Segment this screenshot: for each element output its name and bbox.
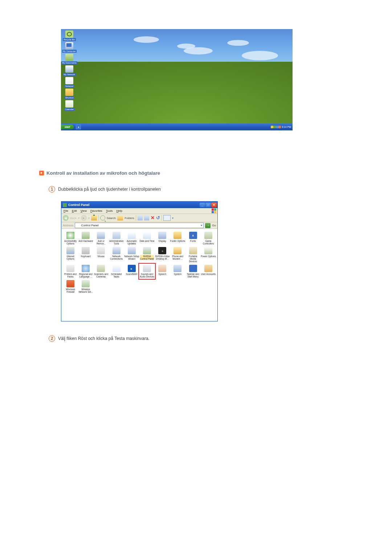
desktop-icon-glyph xyxy=(65,100,73,108)
menu-item-view[interactable]: View xyxy=(81,209,87,212)
menu-item-help[interactable]: Help xyxy=(117,209,122,212)
cp-item[interactable]: Network SetupWizard xyxy=(124,246,139,263)
control-panel-icon xyxy=(76,224,80,227)
cp-item[interactable]: Sounds andAudio Devices xyxy=(139,264,155,279)
desktop-icon-label: My Computer xyxy=(62,50,77,53)
back-button[interactable]: ◄ xyxy=(63,215,69,221)
cp-item-icon xyxy=(173,247,181,254)
cp-item[interactable]: Scanners andCameras xyxy=(93,264,109,279)
cp-item[interactable]: User Accounts xyxy=(201,264,216,279)
desktop-icon[interactable]: Notepad xyxy=(62,77,76,88)
cp-item-icon: A xyxy=(189,232,197,239)
cp-item[interactable]: ▶ SoundMAX xyxy=(124,264,139,279)
minimize-button[interactable]: _ xyxy=(200,203,205,207)
desktop-icon-label: Notepad xyxy=(65,85,74,88)
cp-item[interactable]: GameControllers xyxy=(201,231,216,246)
cp-item[interactable]: Keyboard xyxy=(78,246,93,263)
cp-item[interactable]: Phone andModem ... xyxy=(170,246,185,263)
up-folder-button[interactable] xyxy=(91,215,97,220)
cp-item[interactable]: ScheduledTasks xyxy=(109,264,124,279)
cp-item[interactable]: ◉ NVIDIA nViewDesktop M... xyxy=(155,246,170,263)
cp-item-label: Power Options xyxy=(201,255,216,258)
cp-item[interactable]: Speech xyxy=(155,264,170,279)
menu-item-file[interactable]: File xyxy=(64,209,68,212)
cp-item[interactable]: Date and Time xyxy=(139,231,155,246)
arrow-icon xyxy=(39,171,44,175)
desktop-icon[interactable]: My Network xyxy=(62,65,76,76)
cp-item[interactable]: WirelessNetwork Set... xyxy=(78,279,93,294)
forward-button[interactable]: ► xyxy=(81,215,87,221)
folders-icon[interactable] xyxy=(117,216,123,220)
go-button[interactable]: → xyxy=(205,223,211,228)
copy-to-button[interactable] xyxy=(144,215,149,220)
cp-item[interactable]: AutomaticUpdates xyxy=(124,231,139,246)
cp-item-label: System xyxy=(174,273,181,275)
cp-item[interactable]: AdministrativeTools xyxy=(109,231,124,246)
taskbar-task[interactable]: ● xyxy=(76,125,81,129)
desktop-icon[interactable]: My Documents xyxy=(62,54,76,64)
cp-item[interactable]: Add Hardware xyxy=(78,231,93,246)
cp-item[interactable]: Mouse xyxy=(93,246,109,263)
cp-item-icon xyxy=(97,247,105,254)
cp-item[interactable]: InternetOptions xyxy=(63,246,78,263)
cp-item[interactable]: Portable MediaDevices xyxy=(185,246,201,263)
move-to-button[interactable] xyxy=(138,215,143,220)
cp-item-label: WindowsFirewall xyxy=(66,288,75,293)
cp-item[interactable]: Power Options xyxy=(201,246,216,263)
cp-item[interactable]: Add orRemov... xyxy=(93,231,109,246)
search-icon[interactable] xyxy=(100,215,105,220)
cp-item-label: Phone andModem ... xyxy=(172,255,183,260)
cp-item[interactable]: Printers andFaxes xyxy=(63,264,78,279)
maximize-button[interactable]: □ xyxy=(205,203,211,207)
cp-item-label: Printers andFaxes xyxy=(64,273,77,278)
cp-item[interactable]: System xyxy=(170,264,185,279)
undo-button[interactable]: ↺ xyxy=(156,215,160,220)
menu-bar: FileEditViewFavoritesToolsHelp xyxy=(61,208,217,214)
cp-item[interactable]: Regional andLanguage ... xyxy=(78,264,93,279)
cp-item-icon xyxy=(189,265,197,272)
taskbar-clock: 3:14 PM xyxy=(282,126,291,128)
cp-item[interactable]: NetworkConnections xyxy=(109,246,124,263)
step-number: 2 xyxy=(49,335,55,342)
step-text: Dubbelklicka på ljud och ljudenheter i k… xyxy=(58,187,161,192)
cp-item-icon xyxy=(66,232,74,239)
desktop-icon[interactable]: Calendar xyxy=(62,100,76,111)
window-title: Control Panel xyxy=(68,203,90,207)
menu-item-favorites[interactable]: Favorites xyxy=(90,209,102,212)
cp-item[interactable]: Folder Options xyxy=(170,231,185,246)
cp-item[interactable]: Taskbar andStart Menu xyxy=(185,264,201,279)
xp-taskbar: start ● 3:14 PM xyxy=(61,123,293,130)
menu-item-edit[interactable]: Edit xyxy=(72,209,77,212)
cp-item[interactable]: Display xyxy=(155,231,170,246)
desktop-icon[interactable]: Shortcut xyxy=(62,89,76,99)
cp-item[interactable]: A Fonts xyxy=(185,231,201,246)
cp-item[interactable]: NVIDIAControl Panel xyxy=(139,246,155,263)
cp-item-label: Regional andLanguage ... xyxy=(79,273,93,278)
cloud xyxy=(177,44,195,49)
cp-item-icon xyxy=(158,232,166,239)
address-field[interactable]: Control Panel ▾ xyxy=(75,223,204,228)
address-bar: Address Control Panel ▾ → Go xyxy=(61,222,217,229)
cp-item-label: Display xyxy=(159,240,166,242)
cp-item-icon xyxy=(189,247,197,254)
views-button[interactable] xyxy=(163,215,171,221)
close-button[interactable]: ✕ xyxy=(211,203,217,207)
cp-item[interactable]: AccessibilityOptions xyxy=(63,231,78,246)
desktop-icon[interactable]: Recycle Bin xyxy=(62,31,76,41)
start-button[interactable]: start xyxy=(61,125,74,129)
desktop-icon[interactable]: My Computer xyxy=(62,42,76,53)
toolbar: ◄ Back ▾ ► ▾ Search Folders ✕ ↺ ▾ xyxy=(61,214,217,222)
cp-item-icon xyxy=(82,232,90,239)
cp-item-icon xyxy=(97,232,105,239)
address-dropdown-icon[interactable]: ▾ xyxy=(201,224,202,227)
menu-item-tools[interactable]: Tools xyxy=(106,209,113,212)
cp-item-icon xyxy=(128,232,136,239)
cp-item[interactable]: WindowsFirewall xyxy=(63,279,78,294)
cp-item-label: NetworkConnections xyxy=(110,255,123,260)
delete-button[interactable]: ✕ xyxy=(151,215,155,220)
cp-item-icon xyxy=(158,265,166,272)
cp-item-label: Add Hardware xyxy=(78,240,93,242)
control-panel-window: Control Panel _ □ ✕ FileEditViewFavorite… xyxy=(61,201,218,321)
cp-item-icon xyxy=(97,265,105,272)
cp-item-icon xyxy=(143,247,151,254)
